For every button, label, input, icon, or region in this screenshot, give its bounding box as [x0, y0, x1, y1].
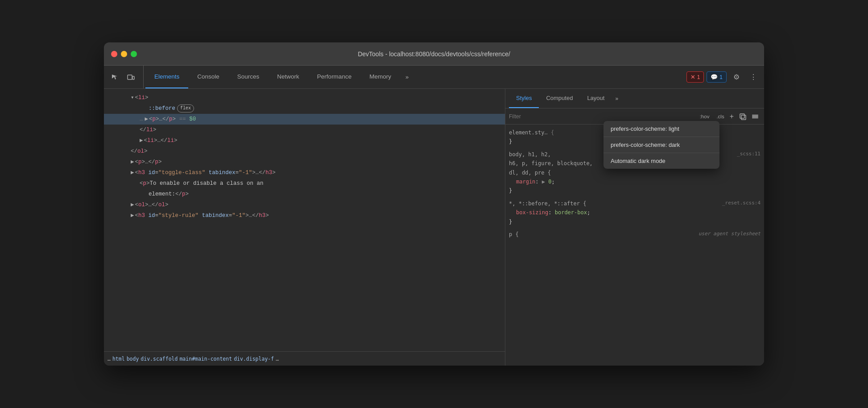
minimize-button[interactable]: [121, 51, 127, 57]
breadcrumb-scaffold[interactable]: div.scaffold: [141, 356, 178, 362]
dom-p-collapsed[interactable]: ▶ <p>…</p>: [104, 157, 505, 167]
maximize-button[interactable]: [131, 51, 137, 57]
more-options-button[interactable]: ⋮: [746, 70, 761, 84]
styles-panel: Styles Computed Layout » :hov .cls +: [505, 89, 764, 366]
dots-icon: …: [140, 115, 143, 124]
dropdown-item-light[interactable]: prefers-color-scheme: light: [603, 121, 719, 137]
style-rule-universal: *, *::before, *::after { _reset.scss:4 b…: [509, 199, 761, 226]
expand-arrow-p[interactable]: ▶: [145, 115, 149, 124]
svg-rect-0: [128, 75, 132, 79]
titlebar: DevTools - localhost:8080/docs/devtools/…: [104, 42, 764, 66]
tab-memory[interactable]: Memory: [360, 66, 400, 88]
settings-button[interactable]: ⚙: [729, 70, 744, 84]
breadcrumb-bar: … html body div.scaffold main#main-conte…: [104, 351, 505, 366]
expand-arrow[interactable]: ▾: [131, 93, 134, 102]
message-icon: 💬: [711, 74, 718, 80]
tab-sources[interactable]: Sources: [228, 66, 269, 88]
dom-panel: ▾ <li> ::before flex … ▶ <p>…</p> == $0: [104, 89, 505, 366]
dom-li-open[interactable]: ▾ <li>: [104, 92, 505, 103]
tab-performance[interactable]: Performance: [308, 66, 360, 88]
dom-h3-toggle[interactable]: ▶ <h3 id="toggle-class" tabindex="-1" >……: [104, 167, 505, 178]
toolbar-left: [107, 66, 144, 88]
right-tabs: Styles Computed Layout »: [505, 89, 764, 108]
dom-p-text1[interactable]: <p>To enable or disable a class on an: [104, 178, 505, 189]
tab-styles[interactable]: Styles: [509, 89, 539, 108]
svg-rect-6: [752, 117, 758, 118]
toolbar: Elements Console Sources Network Perform…: [104, 66, 764, 89]
expand-arrow-h3-2[interactable]: ▶: [131, 211, 134, 220]
breadcrumb-display[interactable]: div.display-f: [234, 356, 274, 362]
message-badge-button[interactable]: 💬 1: [707, 71, 727, 83]
expand-arrow-li[interactable]: ▶: [140, 136, 143, 145]
breadcrumb-dots-right: …: [276, 356, 279, 362]
dom-p-selected[interactable]: … ▶ <p>…</p> == $0: [104, 114, 505, 125]
tab-network[interactable]: Network: [268, 66, 308, 88]
ellipsis-icon: ⋮: [750, 73, 757, 81]
tab-computed[interactable]: Computed: [539, 89, 580, 108]
dom-li-collapsed[interactable]: ▶ <li>…</li>: [104, 135, 505, 146]
cls-button[interactable]: .cls: [715, 113, 726, 120]
breadcrumb-main[interactable]: main#main-content: [179, 356, 232, 362]
expand-arrow-ol[interactable]: ▶: [131, 200, 134, 209]
dropdown-item-dark[interactable]: prefers-color-scheme: dark: [603, 137, 719, 153]
dom-h3-style-rule[interactable]: ▶ <h3 id="style-rule" tabindex="-1" >…</…: [104, 210, 505, 221]
tab-elements[interactable]: Elements: [145, 66, 188, 88]
dom-tree[interactable]: ▾ <li> ::before flex … ▶ <p>…</p> == $0: [104, 89, 505, 351]
add-style-rule-button[interactable]: +: [730, 112, 734, 121]
styles-shadow-editor-icon[interactable]: [737, 111, 748, 122]
tab-console[interactable]: Console: [188, 66, 228, 88]
dom-before-pseudo[interactable]: ::before flex: [104, 103, 505, 114]
svg-rect-3: [741, 115, 746, 120]
styles-layout-editor-icon[interactable]: [750, 111, 761, 122]
svg-rect-5: [752, 116, 758, 117]
svg-rect-4: [752, 115, 758, 116]
breadcrumb-dots-left: …: [107, 356, 111, 362]
inspector-icon[interactable]: [107, 70, 122, 84]
tabs-more-button[interactable]: »: [400, 66, 414, 88]
device-emulation-icon[interactable]: [124, 70, 138, 84]
devtools-window: DevTools - localhost:8080/docs/devtools/…: [104, 42, 764, 366]
expand-arrow-h3[interactable]: ▶: [131, 168, 134, 177]
toolbar-right: ✕ 1 💬 1 ⚙ ⋮: [683, 66, 761, 88]
error-badge-button[interactable]: ✕ 1: [686, 71, 704, 83]
breadcrumb-html[interactable]: html: [112, 356, 125, 362]
close-button[interactable]: [111, 51, 117, 57]
gear-icon: ⚙: [733, 73, 740, 81]
main-content: ▾ <li> ::before flex … ▶ <p>…</p> == $0: [104, 89, 764, 366]
dom-ol-close[interactable]: </ol>: [104, 146, 505, 157]
window-title: DevTools - localhost:8080/docs/devtools/…: [358, 50, 510, 58]
style-rule-p: p { user agent stylesheet: [509, 230, 761, 239]
svg-rect-2: [740, 114, 744, 118]
dom-p-text2[interactable]: element:</p>: [104, 189, 505, 200]
svg-rect-1: [132, 76, 134, 79]
styles-filter-input[interactable]: [509, 113, 694, 120]
cls-dropdown-popup: prefers-color-scheme: light prefers-colo…: [603, 121, 719, 169]
main-tabs: Elements Console Sources Network Perform…: [145, 66, 683, 88]
right-tabs-more[interactable]: »: [612, 89, 622, 108]
styles-toolbar-icons: [737, 111, 761, 122]
breadcrumb-body[interactable]: body: [127, 356, 139, 362]
dom-ol-collapsed[interactable]: ▶ <ol>…</ol>: [104, 200, 505, 210]
dom-li-close[interactable]: </li>: [104, 125, 505, 135]
traffic-lights: [111, 51, 137, 57]
error-icon: ✕: [690, 74, 695, 80]
dropdown-item-auto-dark[interactable]: Automatic dark mode: [603, 153, 719, 169]
expand-arrow-p2[interactable]: ▶: [131, 158, 134, 167]
hov-button[interactable]: :hov: [698, 113, 711, 120]
tab-layout[interactable]: Layout: [580, 89, 612, 108]
